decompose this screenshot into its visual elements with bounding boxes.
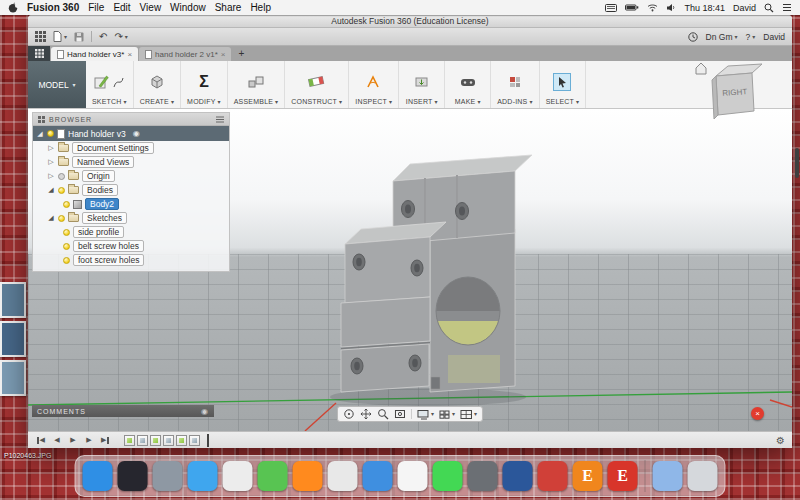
ribbon-group-create[interactable]: CREATE▾	[134, 61, 181, 108]
timeline-skip-start-button[interactable]: ◀	[35, 434, 47, 446]
dock-icon-maps[interactable]	[258, 461, 288, 491]
visibility-bulb-icon[interactable]	[63, 257, 70, 264]
timeline-skip-end-button[interactable]: ▶	[99, 434, 111, 446]
notification-center-icon[interactable]	[782, 3, 792, 12]
dock-icon-mail[interactable]	[363, 461, 393, 491]
browser-collapse-icon[interactable]	[216, 116, 224, 123]
browser-item-named-views[interactable]: ▷ Named Views	[33, 155, 229, 169]
menu-app-name[interactable]: Fusion 360	[27, 2, 79, 13]
dock-icon-app-red[interactable]	[538, 461, 568, 491]
data-panel-icon[interactable]	[35, 31, 46, 42]
menu-view[interactable]: View	[140, 2, 162, 13]
dock-icon-photos[interactable]	[223, 461, 253, 491]
ribbon-group-add-ins[interactable]: ADD-INS▾	[491, 61, 539, 108]
wifi-icon[interactable]	[647, 3, 658, 12]
tab-hand-holder-2-v1[interactable]: hand holder 2 v1* ×	[139, 47, 231, 61]
visibility-bulb-icon[interactable]	[63, 201, 70, 208]
new-tab-button[interactable]: +	[232, 48, 250, 59]
view-cube[interactable]: RIGHT	[692, 59, 768, 123]
dock-icon-gimp[interactable]	[468, 461, 498, 491]
browser-item-origin[interactable]: ▷ Origin	[33, 169, 229, 183]
help-menu[interactable]: ?▾	[746, 32, 756, 42]
ribbon-group-modify[interactable]: Σ MODIFY▾	[181, 61, 228, 108]
dock-icon-calendar[interactable]	[398, 461, 428, 491]
file-menu-button[interactable]: ▾	[53, 31, 67, 42]
browser-item-belt-screw-holes[interactable]: belt screw holes	[33, 239, 229, 253]
timeline-feature-feature[interactable]	[163, 435, 174, 446]
account-menu[interactable]: Dn Gm▾	[706, 32, 738, 42]
photo-thumbnail[interactable]	[0, 360, 26, 396]
workspace-selector[interactable]: MODEL▾	[28, 61, 86, 108]
browser-header[interactable]: BROWSER	[33, 113, 229, 126]
browser-item-bodies[interactable]: ◢ Bodies	[33, 183, 229, 197]
ribbon-group-insert[interactable]: INSERT▾	[399, 61, 445, 108]
dock-icon-finder[interactable]	[83, 461, 113, 491]
battery-icon[interactable]	[625, 4, 639, 11]
visibility-bulb-icon[interactable]	[63, 229, 70, 236]
dock-icon-messages[interactable]	[433, 461, 463, 491]
volume-icon[interactable]	[666, 3, 676, 12]
visibility-bulb-icon[interactable]	[58, 173, 65, 180]
desktop-file-label[interactable]: P1020463.JPG	[4, 452, 51, 459]
menu-window[interactable]: Window	[170, 2, 206, 13]
ribbon-group-assemble[interactable]: ASSEMBLE▾	[228, 61, 286, 108]
viewport-layout-menu[interactable]: ▾	[460, 409, 477, 420]
ribbon-group-sketch[interactable]: SKETCH▾	[86, 61, 134, 108]
photo-thumbnail[interactable]	[0, 321, 26, 357]
save-button[interactable]	[74, 32, 84, 42]
apple-menu-icon[interactable]	[8, 2, 18, 13]
timeline-feature-sketch[interactable]	[150, 435, 161, 446]
data-panel-toggle-icon[interactable]	[28, 46, 50, 61]
redo-button[interactable]: ↷▾	[114, 32, 127, 42]
activate-component-icon[interactable]: ◉	[133, 130, 140, 138]
tab-hand-holder-v3[interactable]: Hand holder v3* ×	[51, 47, 138, 61]
browser-item-document-settings[interactable]: ▷ Document Settings	[33, 141, 229, 155]
undo-button[interactable]: ↶	[99, 32, 107, 42]
dock-icon-chrome[interactable]	[328, 461, 358, 491]
ribbon-group-select[interactable]: SELECT▾	[540, 61, 587, 108]
spotlight-search-icon[interactable]	[764, 3, 774, 13]
browser-item-foot-screw-holes[interactable]: foot screw holes	[33, 253, 229, 267]
visibility-bulb-icon[interactable]	[63, 243, 70, 250]
timeline-feature-sketch[interactable]	[176, 435, 187, 446]
timeline-play-button[interactable]: ▶	[67, 434, 79, 446]
ribbon-group-construct[interactable]: CONSTRUCT▾	[285, 61, 349, 108]
grid-settings-menu[interactable]: ▾	[439, 409, 455, 420]
zoom-icon[interactable]	[377, 408, 389, 420]
visibility-bulb-icon[interactable]	[47, 130, 54, 137]
browser-root-hand-holder-v3[interactable]: ◢ Hand holder v3 ◉	[33, 126, 229, 141]
timeline-feature-sketch[interactable]	[124, 435, 135, 446]
orbit-icon[interactable]	[343, 408, 355, 420]
ribbon-group-make[interactable]: MAKE▾	[445, 61, 491, 108]
dock-icon-trash[interactable]	[688, 461, 718, 491]
dock-icon-safari[interactable]	[188, 461, 218, 491]
photo-thumbnail[interactable]	[0, 282, 26, 318]
timeline-settings-gear-icon[interactable]: ⚙	[776, 435, 785, 446]
menu-clock[interactable]: Thu 18:41	[684, 3, 725, 13]
ribbon-group-inspect[interactable]: INSPECT▾	[349, 61, 399, 108]
dock-icon-vlc[interactable]	[293, 461, 323, 491]
keyboard-icon[interactable]	[605, 4, 617, 12]
window-titlebar[interactable]: Autodesk Fusion 360 (Education License)	[28, 15, 792, 28]
timeline-step-forward-button[interactable]: ▶	[83, 434, 95, 446]
timeline-feature-feature[interactable]	[189, 435, 200, 446]
menu-help[interactable]: Help	[250, 2, 271, 13]
dock-icon-stack-e-orange[interactable]: E	[573, 461, 603, 491]
menu-edit[interactable]: Edit	[113, 2, 130, 13]
browser-item-body2[interactable]: Body2	[33, 197, 229, 211]
job-status-icon[interactable]	[688, 32, 698, 42]
comments-expand-icon[interactable]: ◉	[201, 407, 209, 416]
model-body2[interactable]	[330, 155, 532, 406]
browser-item-side-profile[interactable]: side profile	[33, 225, 229, 239]
dock-icon-launchpad[interactable]	[153, 461, 183, 491]
dock-icon-siri[interactable]	[118, 461, 148, 491]
visibility-bulb-icon[interactable]	[58, 215, 65, 222]
dock-icon-word[interactable]	[503, 461, 533, 491]
fit-view-icon[interactable]	[394, 408, 406, 420]
display-settings-menu[interactable]: ▾	[417, 409, 434, 420]
browser-item-sketches[interactable]: ◢ Sketches	[33, 211, 229, 225]
pan-icon[interactable]	[360, 408, 372, 420]
timeline-feature-feature[interactable]	[137, 435, 148, 446]
timeline-position-marker[interactable]	[207, 434, 209, 447]
dismiss-notification-button[interactable]: ×	[751, 407, 764, 420]
